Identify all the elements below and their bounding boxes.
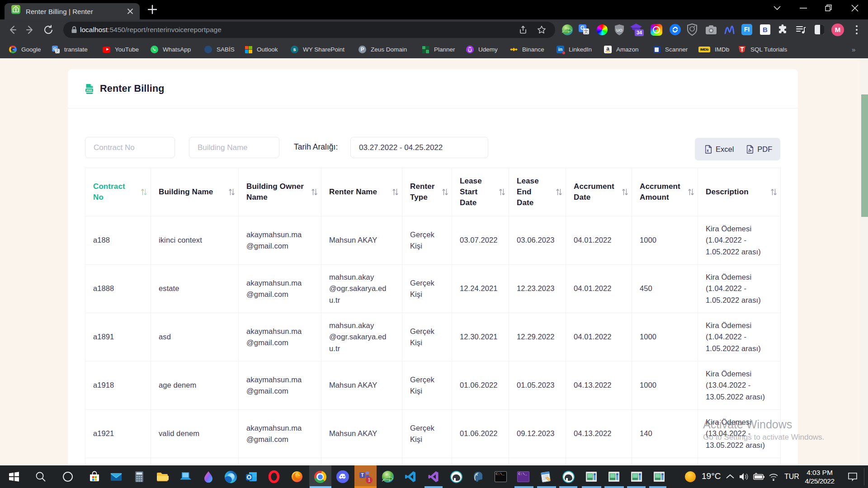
svg-text:PSD: PSD xyxy=(86,89,92,92)
svg-text:x: x xyxy=(707,148,709,152)
svg-text:UO: UO xyxy=(616,28,623,33)
